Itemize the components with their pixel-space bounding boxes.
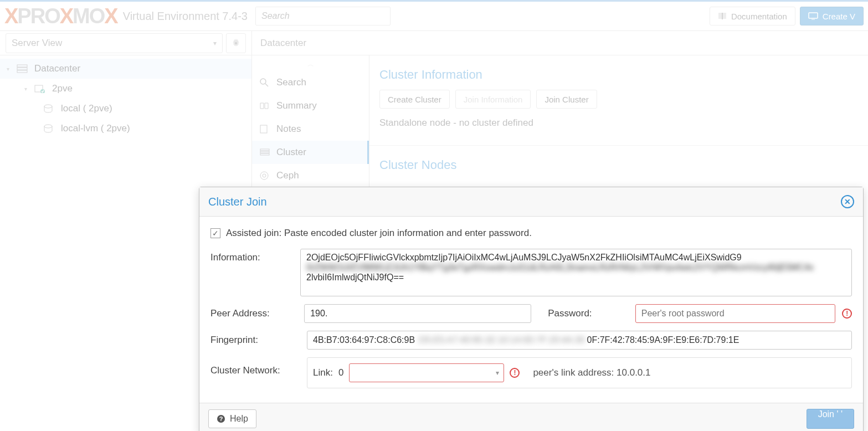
close-button[interactable]: ✕ — [841, 195, 854, 208]
join-submit-button[interactable]: Join ' ' — [807, 409, 854, 429]
link-select[interactable]: ▾ — [349, 363, 504, 382]
assisted-join-label: Assisted join: Paste encoded cluster joi… — [226, 228, 532, 239]
svg-text:?: ? — [219, 415, 223, 422]
cluster-join-dialog: Cluster Join ✕ ✓ Assisted join: Paste en… — [199, 187, 864, 431]
check-icon: ✓ — [212, 229, 219, 238]
link-label: Link: — [313, 367, 333, 378]
information-textarea[interactable]: 2OjdEOjc5OjFFIiwicGVlckxpbmtzIjp7IjAiOiI… — [300, 249, 852, 296]
assisted-join-checkbox[interactable]: ✓ — [210, 228, 220, 238]
peer-address-input[interactable] — [304, 304, 531, 323]
information-label: Information: — [210, 249, 300, 263]
error-icon: ! — [510, 368, 520, 378]
close-icon: ✕ — [844, 197, 851, 206]
cluster-network-box: Link: 0 ▾ ! peer's link address: 10.0.0.… — [307, 357, 852, 388]
peer-address-label: Peer Address: — [210, 308, 297, 319]
fingerprint-label: Fingerprint: — [210, 335, 300, 346]
fingerprint-input[interactable]: 4B:B7:03:64:97:C8:C6:9B :D5:E5:A7:40:95:… — [307, 331, 852, 350]
cluster-network-label: Cluster Network: — [210, 357, 300, 376]
link-hint: peer's link address: 10.0.0.1 — [533, 367, 650, 378]
link-number: 0 — [338, 367, 343, 378]
dialog-header: Cluster Join ✕ — [199, 187, 863, 217]
password-label: Password: — [548, 308, 629, 319]
chevron-down-icon: ▾ — [496, 369, 499, 377]
help-icon: ? — [217, 414, 225, 423]
help-button[interactable]: ? Help — [208, 409, 256, 428]
dialog-title: Cluster Join — [208, 196, 267, 208]
password-input[interactable] — [635, 304, 836, 323]
error-icon: ! — [842, 309, 852, 319]
assisted-join-row: ✓ Assisted join: Paste encoded cluster j… — [210, 228, 852, 239]
